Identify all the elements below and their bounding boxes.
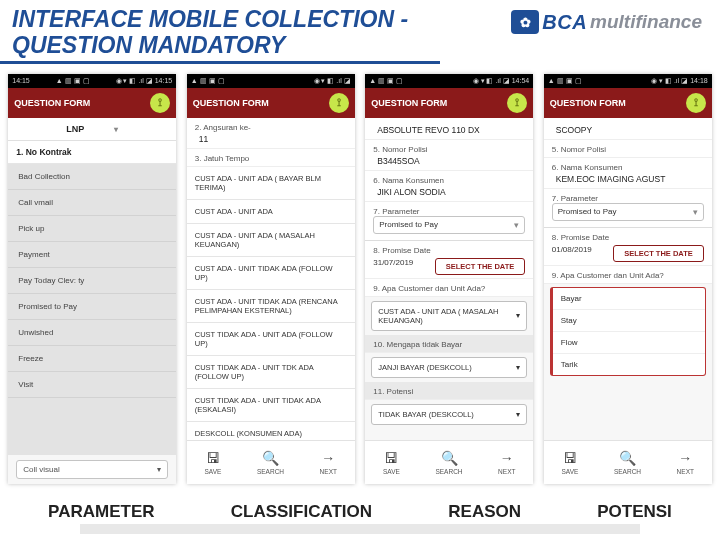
chevron-down-icon: ▾ <box>114 125 118 134</box>
question-9: 9. Apa Customer dan Unit Ada? <box>365 279 533 297</box>
q9-select[interactable]: CUST ADA - UNIT ADA ( MASALAH KEUANGAN)▾ <box>371 301 527 331</box>
save-button[interactable]: 🖫SAVE <box>383 450 400 475</box>
list-item[interactable]: Pick up <box>8 216 176 242</box>
unit-value: ABSOLUTE REVO 110 DX <box>373 123 525 136</box>
save-button[interactable]: 🖫SAVE <box>562 450 579 475</box>
parameter-dropdown[interactable]: Promised to Pay▾ <box>552 203 704 221</box>
save-icon: 🖫 <box>384 450 398 466</box>
location-pin-icon[interactable]: ⟟ <box>686 93 706 113</box>
q9-label: 9. Apa Customer dan Unit Ada? <box>373 284 525 293</box>
select-date-button[interactable]: SELECT THE DATE <box>613 245 704 262</box>
question-1-label: 1. No Kontrak <box>8 141 176 164</box>
q10-select[interactable]: JANJI BAYAR (DESKCOLL)▾ <box>371 357 527 378</box>
chevron-down-icon: ▾ <box>693 207 698 217</box>
search-button[interactable]: 🔍SEARCH <box>257 450 284 475</box>
q2-label: 2. Angsuran ke- <box>195 123 347 132</box>
list-item[interactable]: Unwished <box>8 320 176 346</box>
list-item[interactable]: DESKCOLL (KONSUMEN ADA) <box>187 422 355 440</box>
list-item[interactable]: Tarik <box>553 354 705 375</box>
logo-badge-icon: ✿ <box>511 10 539 34</box>
question-7: 7. Parameter Promised to Pay▾ <box>544 189 712 228</box>
status-icons: ▲ ▥ ▣ ▢ <box>56 77 90 85</box>
app-bar: QUESTION FORM ⟟ <box>8 88 176 118</box>
list-item[interactable]: Promised to Pay <box>8 294 176 320</box>
parameter-options: Bad Collection Call vmail Pick up Paymen… <box>8 164 176 455</box>
question-3: 3. Jatuh Tempo <box>187 149 355 167</box>
appbar-title: QUESTION FORM <box>193 98 269 108</box>
next-button[interactable]: →NEXT <box>677 450 694 475</box>
list-item[interactable]: CUST ADA - UNIT TIDAK ADA (RENCANA PELIM… <box>187 290 355 323</box>
q11-select[interactable]: TIDAK BAYAR (DESKCOLL)▾ <box>371 404 527 425</box>
appbar-title: QUESTION FORM <box>550 98 626 108</box>
unit-name: SCOOPY <box>544 118 712 140</box>
select-date-button[interactable]: SELECT THE DATE <box>435 258 526 275</box>
q9-label: 9. Apa Customer dan Unit Ada? <box>552 271 704 280</box>
bottom-nav: 🖫SAVE 🔍SEARCH →NEXT <box>544 440 712 484</box>
label-potensi: POTENSI <box>597 502 672 522</box>
list-item[interactable]: Stay <box>553 310 705 332</box>
list-item[interactable]: CUST TIDAK ADA - UNIT TIDAK ADA (ESKALAS… <box>187 389 355 422</box>
status-icons: ▲ ▥ ▣ ▢ <box>548 77 582 85</box>
brand-logo: ✿ BCAmultifinance <box>511 10 702 34</box>
parameter-dropdown[interactable]: Promised to Pay▾ <box>373 216 525 234</box>
save-label: SAVE <box>562 468 579 475</box>
list-item[interactable]: Flow <box>553 332 705 354</box>
search-icon: 🔍 <box>619 450 636 466</box>
q11-label: 11. Potensi <box>373 387 525 396</box>
list-item[interactable]: CUST TIDAK ADA - UNIT ADA (FOLLOW UP) <box>187 323 355 356</box>
chevron-down-icon: ▾ <box>514 220 519 230</box>
search-label: SEARCH <box>435 468 462 475</box>
list-item[interactable]: CUST ADA - UNIT ADA <box>187 200 355 224</box>
list-item[interactable]: Pay Today Clev: ty <box>8 268 176 294</box>
search-label: SEARCH <box>257 468 284 475</box>
list-item[interactable]: Call vmail <box>8 190 176 216</box>
status-bar: ▲ ▥ ▣ ▢ ◉ ▾ ◧ .ıl ◪ 14:18 <box>544 74 712 88</box>
search-button[interactable]: 🔍SEARCH <box>614 450 641 475</box>
status-icons: ▲ ▥ ▣ ▢ <box>369 77 403 85</box>
list-item[interactable]: CUST TIDAK ADA - UNIT TDK ADA (FOLLOW UP… <box>187 356 355 389</box>
list-item[interactable]: Payment <box>8 242 176 268</box>
q7-value: Promised to Pay <box>379 220 438 229</box>
q2-value: 11 <box>195 132 347 145</box>
next-button[interactable]: →NEXT <box>320 450 337 475</box>
q7-value: Promised to Pay <box>558 207 617 216</box>
next-label: NEXT <box>677 468 694 475</box>
bottom-nav: 🖫SAVE 🔍SEARCH →NEXT <box>187 440 355 484</box>
next-button[interactable]: →NEXT <box>498 450 515 475</box>
location-pin-icon[interactable]: ⟟ <box>150 93 170 113</box>
lnp-dropdown[interactable]: LNP▾ <box>8 118 176 141</box>
list-item[interactable]: CUST ADA - UNIT TIDAK ADA (FOLLOW UP) <box>187 257 355 290</box>
list-item[interactable]: Bayar <box>553 288 705 310</box>
q6-value: KEM.EOC IMAGING AGUST <box>552 172 704 185</box>
save-button[interactable]: 🖫SAVE <box>205 450 222 475</box>
search-button[interactable]: 🔍SEARCH <box>435 450 462 475</box>
unit-name: ABSOLUTE REVO 110 DX <box>365 118 533 140</box>
select-collvisual[interactable]: Coll visual ▾ <box>16 460 168 479</box>
status-right: ◉ ▾ ◧ .ıl ◪ 14:15 <box>116 77 173 85</box>
phone-parameter: 14:15 ▲ ▥ ▣ ▢ ◉ ▾ ◧ .ıl ◪ 14:15 QUESTION… <box>8 74 176 484</box>
label-parameter: PARAMETER <box>48 502 154 522</box>
chevron-down-icon: ▾ <box>516 410 520 419</box>
list-item[interactable]: CUST ADA - UNIT ADA ( BAYAR BLM TERIMA) <box>187 167 355 200</box>
chevron-down-icon: ▾ <box>516 363 520 372</box>
location-pin-icon[interactable]: ⟟ <box>329 93 349 113</box>
potensi-list: Bayar Stay Flow Tarik <box>550 287 706 376</box>
appbar-title: QUESTION FORM <box>371 98 447 108</box>
q8-value: 01/08/2019 <box>552 245 592 254</box>
slide-title: INTERFACE MOBILE COLLECTION - QUESTION M… <box>0 0 440 64</box>
phone-reason: ▲ ▥ ▣ ▢ ◉ ▾ ◧ .ıl ◪ 14:54 QUESTION FORM … <box>365 74 533 484</box>
search-label: SEARCH <box>614 468 641 475</box>
q8-label: 8. Promise Date <box>373 246 525 255</box>
question-8: 8. Promise Date 01/08/2019 SELECT THE DA… <box>544 228 712 266</box>
q5-label: 5. Nomor Polisi <box>552 145 704 154</box>
q10-label: 10. Mengapa tidak Bayar <box>373 340 525 349</box>
list-item[interactable]: Freeze <box>8 346 176 372</box>
location-pin-icon[interactable]: ⟟ <box>507 93 527 113</box>
question-5: 5. Nomor Polisi B3445SOA <box>365 140 533 171</box>
list-item[interactable]: CUST ADA - UNIT ADA ( MASALAH KEUANGAN) <box>187 224 355 257</box>
search-icon: 🔍 <box>441 450 458 466</box>
q8-value: 31/07/2019 <box>373 258 413 267</box>
q5-label: 5. Nomor Polisi <box>373 145 525 154</box>
list-item[interactable]: Bad Collection <box>8 164 176 190</box>
list-item[interactable]: Visit <box>8 372 176 398</box>
